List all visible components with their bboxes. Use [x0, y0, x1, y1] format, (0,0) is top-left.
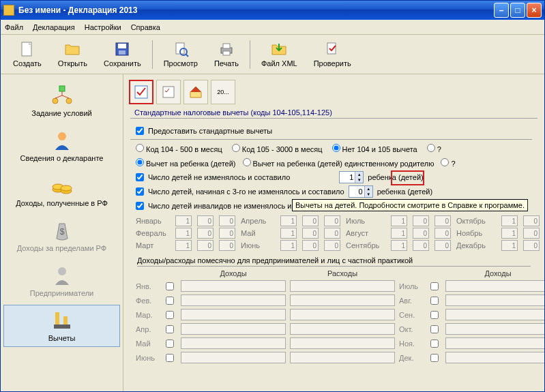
menu-help[interactable]: Справка [131, 23, 160, 31]
spinner-input[interactable] [340, 172, 355, 183]
month-input[interactable] [280, 240, 297, 251]
radio-child-deduction[interactable] [136, 158, 144, 166]
month-input[interactable] [434, 228, 451, 239]
mini-btn-standard-deductions[interactable] [129, 80, 153, 104]
toolbar-create[interactable]: Создать [5, 40, 50, 69]
month-input[interactable] [219, 228, 235, 239]
month-input[interactable] [197, 215, 213, 226]
inc-expense-input[interactable] [290, 323, 395, 335]
inc-income-input[interactable] [181, 352, 286, 363]
inc-income-input[interactable] [181, 280, 286, 292]
inc-checkbox[interactable] [430, 282, 439, 290]
spin-up-icon[interactable]: ▲ [364, 186, 372, 192]
sidebar-item-declarant[interactable]: Сведения о декларанте [3, 125, 120, 167]
inc-income-input[interactable] [445, 280, 544, 292]
mini-btn-checklist[interactable] [156, 80, 181, 104]
month-input[interactable] [523, 240, 540, 251]
inc-checkbox[interactable] [430, 311, 439, 319]
close-button[interactable]: × [527, 3, 542, 18]
inc-checkbox[interactable] [166, 354, 174, 362]
month-input[interactable] [175, 215, 192, 226]
month-input[interactable] [501, 215, 518, 226]
checkbox-disabled-children[interactable] [136, 202, 144, 210]
month-input[interactable] [197, 240, 213, 251]
sidebar-item-conditions[interactable]: Задание условий [3, 80, 120, 122]
checkbox-children-count-unchanged[interactable] [136, 173, 144, 181]
inc-income-input[interactable] [181, 295, 286, 306]
toolbar-print[interactable]: Печать [206, 40, 247, 69]
checkbox-provide-standard[interactable] [136, 127, 144, 135]
maximize-button[interactable]: □ [510, 3, 525, 18]
minimize-button[interactable]: – [494, 3, 509, 18]
month-input[interactable] [197, 228, 213, 239]
menu-file[interactable]: Файл [5, 23, 23, 31]
inc-expense-input[interactable] [290, 337, 395, 349]
inc-checkbox[interactable] [430, 354, 439, 362]
month-input[interactable] [413, 228, 429, 239]
radio-q2[interactable] [441, 158, 449, 166]
month-input[interactable] [302, 240, 319, 251]
radio-code-105[interactable] [232, 144, 240, 152]
radio-code-104[interactable] [136, 144, 144, 152]
month-input[interactable] [219, 240, 235, 251]
toolbar-view[interactable]: Просмотр [156, 40, 206, 69]
inc-expense-input[interactable] [290, 352, 395, 363]
month-input[interactable] [280, 228, 297, 239]
inc-checkbox[interactable] [166, 297, 174, 305]
radio-no-104-105[interactable] [332, 144, 340, 152]
inc-checkbox[interactable] [430, 340, 439, 348]
inc-income-input[interactable] [445, 352, 544, 363]
month-input[interactable] [324, 240, 340, 251]
spin-up-icon[interactable]: ▲ [355, 172, 363, 177]
month-input[interactable] [391, 215, 407, 226]
month-input[interactable] [434, 240, 451, 251]
month-input[interactable] [280, 215, 297, 226]
toolbar-check[interactable]: Проверить [306, 40, 359, 69]
sidebar-item-income-rf[interactable]: Доходы, полученные в РФ [3, 170, 120, 212]
month-input[interactable] [523, 228, 540, 239]
month-input[interactable] [413, 240, 429, 251]
toolbar-save[interactable]: Сохранить [95, 40, 149, 69]
menu-settings[interactable]: Настройки [85, 23, 121, 31]
mini-btn-doc[interactable]: 20... [211, 80, 235, 104]
inc-income-input[interactable] [445, 337, 544, 349]
inc-income-input[interactable] [181, 309, 286, 320]
spin-down-icon[interactable]: ▼ [355, 177, 363, 183]
inc-income-input[interactable] [445, 295, 544, 306]
inc-income-input[interactable] [181, 337, 286, 349]
inc-checkbox[interactable] [430, 325, 439, 333]
inc-expense-input[interactable] [290, 295, 395, 306]
radio-q1[interactable] [427, 144, 435, 152]
month-input[interactable] [391, 228, 407, 239]
month-input[interactable] [501, 228, 518, 239]
menu-declaration[interactable]: Декларация [33, 23, 75, 31]
inc-checkbox[interactable] [166, 340, 174, 348]
month-input[interactable] [391, 240, 407, 251]
spinner-children-from-3rd[interactable]: ▲▼ [349, 185, 373, 198]
sidebar-item-deductions[interactable]: Вычеты [3, 305, 120, 347]
month-input[interactable] [523, 215, 540, 226]
inc-income-input[interactable] [445, 323, 544, 335]
month-input[interactable] [413, 215, 429, 226]
month-input[interactable] [302, 215, 319, 226]
spinner-children-count[interactable]: ▲▼ [339, 171, 364, 183]
toolbar-xml[interactable]: Файл XML [253, 40, 306, 69]
radio-child-single-parent[interactable] [243, 158, 251, 166]
mini-btn-house[interactable] [183, 80, 208, 104]
month-input[interactable] [434, 215, 451, 226]
month-input[interactable] [175, 240, 192, 251]
spinner-input[interactable] [349, 186, 364, 197]
spin-down-icon[interactable]: ▼ [364, 192, 372, 197]
inc-expense-input[interactable] [290, 280, 395, 292]
month-input[interactable] [219, 215, 235, 226]
inc-checkbox[interactable] [430, 297, 439, 305]
inc-checkbox[interactable] [166, 325, 174, 333]
inc-checkbox[interactable] [166, 311, 174, 319]
month-input[interactable] [302, 228, 319, 239]
checkbox-children-from-3rd[interactable] [136, 187, 144, 196]
inc-income-input[interactable] [181, 323, 286, 335]
inc-income-input[interactable] [445, 309, 544, 320]
toolbar-open[interactable]: Открыть [50, 40, 95, 69]
month-input[interactable] [324, 215, 340, 226]
month-input[interactable] [324, 228, 340, 239]
